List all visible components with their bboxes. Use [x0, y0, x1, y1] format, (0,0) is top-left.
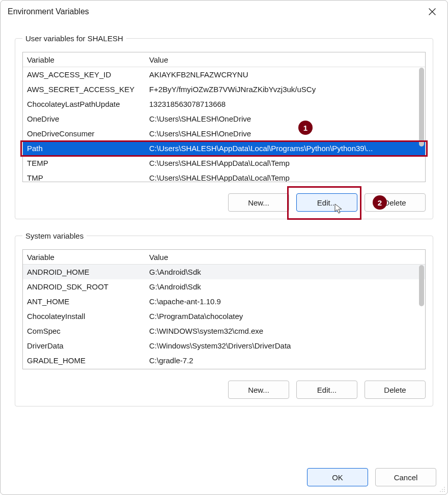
svg-point-5 [444, 491, 445, 492]
table-row[interactable]: ANDROID_SDK_ROOTG:\Android\Sdk [23, 279, 425, 294]
scrollbar-thumb[interactable] [419, 265, 424, 306]
system-variables-group: System variables Variable Value ANDROID_… [15, 231, 433, 406]
list-header: Variable Value [23, 250, 425, 265]
cell-value: G:\Android\Sdk [149, 268, 421, 276]
system-edit-button[interactable]: Edit... [296, 381, 357, 399]
system-new-button[interactable]: New... [228, 381, 289, 399]
cell-variable: OneDriveConsumer [27, 129, 149, 138]
table-row[interactable]: PathC:\Users\SHALESH\AppData\Local\Progr… [23, 141, 425, 156]
table-row[interactable]: AWS_ACCESS_KEY_IDAKIAYKFB2NLFAZWCRYNU [23, 67, 425, 82]
cell-value: C:\Windows\System32\Drivers\DriverData [149, 341, 421, 350]
svg-point-0 [444, 487, 445, 488]
scrollbar[interactable] [419, 265, 424, 368]
cancel-button[interactable]: Cancel [375, 468, 436, 486]
table-row[interactable]: OneDriveConsumerC:\Users\SHALESH\OneDriv… [23, 126, 425, 141]
table-row[interactable]: TEMPC:\Users\SHALESH\AppData\Local\Temp [23, 156, 425, 170]
cell-variable: DriverData [27, 341, 149, 350]
list-header: Variable Value [23, 52, 425, 67]
svg-point-2 [444, 489, 445, 490]
cell-variable: ChocolateyLastPathUpdate [27, 100, 149, 108]
table-row[interactable]: ANT_HOMEC:\apache-ant-1.10.9 [23, 294, 425, 309]
user-variables-list[interactable]: Variable Value AWS_ACCESS_KEY_IDAKIAYKFB… [22, 52, 426, 182]
svg-point-3 [440, 491, 441, 492]
cell-value: C:\gradle-7.2 [149, 356, 421, 365]
cell-variable: ChocolateyInstall [27, 312, 149, 321]
cell-variable: GRADLE_HOME [27, 356, 149, 365]
cell-variable: AWS_ACCESS_KEY_ID [27, 70, 149, 79]
cell-value: F+2ByY/fmyiOZwZB7VWiJNraZKibYvzj3uk/uSCy [149, 85, 421, 94]
table-row[interactable]: DriverDataC:\Windows\System32\Drivers\Dr… [23, 338, 425, 353]
cell-value: 132318563078713668 [149, 100, 421, 108]
close-icon [428, 8, 436, 16]
cell-value: C:\WINDOWS\system32\cmd.exe [149, 327, 421, 335]
table-row[interactable]: GRADLE_HOMEC:\gradle-7.2 [23, 353, 425, 368]
col-header-variable[interactable]: Variable [27, 253, 149, 261]
cell-value: C:\apache-ant-1.10.9 [149, 297, 421, 306]
cell-variable: TEMP [27, 159, 149, 167]
table-row[interactable]: JAVA_HOMEC:\Program Files\Java\jdk1.8.0_… [23, 368, 425, 369]
user-delete-button[interactable]: Delete [365, 193, 426, 212]
system-variables-legend: System variables [22, 231, 87, 240]
cell-value: C:\Users\SHALESH\OneDrive [149, 114, 421, 123]
cell-variable: ANT_HOME [27, 297, 149, 306]
system-variables-list[interactable]: Variable Value ANDROID_HOMEG:\Android\Sd… [22, 249, 426, 369]
dialog-footer: OK Cancel [1, 454, 447, 494]
dialog-title: Environment Variables [8, 7, 89, 16]
svg-point-1 [442, 489, 443, 490]
close-button[interactable] [424, 6, 440, 18]
ok-button[interactable]: OK [307, 468, 368, 486]
svg-point-4 [442, 491, 443, 492]
table-row[interactable]: TMPC:\Users\SHALESH\AppData\Local\Temp [23, 170, 425, 182]
resize-grip-icon[interactable] [438, 485, 445, 492]
cell-variable: AWS_SECRET_ACCESS_KEY [27, 85, 149, 94]
system-delete-button[interactable]: Delete [365, 381, 426, 399]
cell-value: C:\Users\SHALESH\AppData\Local\Temp [149, 173, 421, 182]
system-buttons-row: New... Edit... Delete [22, 381, 426, 399]
col-header-value[interactable]: Value [149, 253, 421, 261]
cell-variable: Path [27, 144, 149, 153]
environment-variables-dialog: Environment Variables User variables for… [0, 0, 448, 495]
cell-value: C:\Users\SHALESH\OneDrive [149, 129, 421, 138]
user-edit-button[interactable]: Edit... [296, 193, 357, 212]
user-buttons-row: New... Edit... Delete 2 [22, 193, 426, 212]
table-row[interactable]: AWS_SECRET_ACCESS_KEYF+2ByY/fmyiOZwZB7VW… [23, 82, 425, 97]
user-variables-list-wrap: Variable Value AWS_ACCESS_KEY_IDAKIAYKFB… [22, 52, 426, 182]
scrollbar-thumb[interactable] [419, 68, 424, 147]
titlebar: Environment Variables [1, 1, 447, 22]
user-variables-group: User variables for SHALESH Variable Valu… [15, 34, 433, 219]
cell-variable: ANDROID_SDK_ROOT [27, 282, 149, 291]
cell-variable: TMP [27, 173, 149, 182]
col-header-value[interactable]: Value [149, 55, 421, 64]
cell-value: C:\ProgramData\chocolatey [149, 312, 421, 321]
table-row[interactable]: ComSpecC:\WINDOWS\system32\cmd.exe [23, 324, 425, 338]
table-row[interactable]: ChocolateyLastPathUpdate1323185630787136… [23, 97, 425, 111]
col-header-variable[interactable]: Variable [27, 55, 149, 64]
table-row[interactable]: ChocolateyInstallC:\ProgramData\chocolat… [23, 309, 425, 324]
user-new-button[interactable]: New... [228, 193, 289, 212]
scrollbar[interactable] [419, 68, 424, 181]
table-row[interactable]: ANDROID_HOMEG:\Android\Sdk [23, 265, 425, 279]
cell-value: G:\Android\Sdk [149, 282, 421, 291]
system-variables-list-wrap: Variable Value ANDROID_HOMEG:\Android\Sd… [22, 249, 426, 369]
dialog-content: User variables for SHALESH Variable Valu… [1, 22, 447, 454]
table-row[interactable]: OneDriveC:\Users\SHALESH\OneDrive [23, 111, 425, 126]
cell-value: AKIAYKFB2NLFAZWCRYNU [149, 70, 421, 79]
cell-variable: ComSpec [27, 327, 149, 335]
cell-value: C:\Users\SHALESH\AppData\Local\Temp [149, 159, 421, 167]
cell-value: C:\Users\SHALESH\AppData\Local\Programs\… [149, 144, 421, 153]
cell-variable: OneDrive [27, 114, 149, 123]
user-variables-legend: User variables for SHALESH [22, 34, 126, 43]
cell-variable: ANDROID_HOME [27, 268, 149, 276]
